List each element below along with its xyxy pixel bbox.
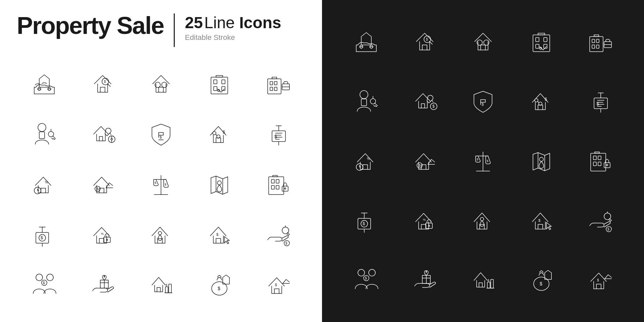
svg-rect-14 (270, 82, 273, 85)
svg-line-114 (432, 100, 433, 102)
svg-rect-172 (487, 282, 490, 288)
svg-rect-157 (426, 223, 432, 228)
icon-dark-house-location-pin (455, 193, 511, 249)
svg-rect-10 (214, 87, 217, 91)
svg-line-120 (538, 101, 539, 103)
icon-house-rings (133, 60, 189, 107)
svg-rect-33 (272, 131, 285, 142)
svg-point-0 (38, 89, 40, 91)
svg-rect-104 (592, 39, 595, 43)
svg-rect-100 (536, 44, 539, 48)
svg-rect-8 (214, 80, 217, 84)
icon-dark-house-chart-dollar: $ (455, 252, 511, 309)
icon-dark-hand-key-cash: $ (572, 193, 627, 249)
icon-shield-price: $ (133, 111, 189, 158)
svg-text:%: % (423, 218, 426, 221)
icon-house-location-pin (133, 211, 189, 258)
icon-dark-house-percent-lock: % (397, 193, 452, 249)
svg-rect-17 (274, 87, 277, 91)
svg-rect-146 (598, 156, 601, 160)
svg-line-31 (216, 134, 217, 136)
icon-dark-house-dollar-growth: $ (572, 252, 627, 309)
svg-rect-58 (271, 185, 274, 189)
icon-house-growth: $ (75, 161, 130, 208)
header: Property Sale 25 Line Icons Editable Str… (17, 13, 305, 47)
svg-text:$: $ (275, 283, 277, 287)
svg-rect-16 (270, 87, 273, 91)
svg-point-110 (360, 91, 368, 99)
svg-text:$: $ (477, 158, 478, 161)
icon-dark-map-location (514, 133, 569, 189)
icon-house-chart-dollar: $ (133, 262, 189, 309)
icon-dark-couple-dollar: $ (339, 252, 394, 309)
svg-text:$: $ (165, 183, 166, 186)
svg-rect-145 (593, 156, 596, 160)
svg-rect-15 (274, 82, 277, 85)
icon-hand-key-cash: $ (250, 211, 305, 258)
svg-text:$: $ (166, 283, 167, 287)
line-label: Line Icons (204, 14, 281, 32)
icon-house-price-search: $ (75, 60, 130, 107)
svg-point-90 (360, 46, 362, 48)
svg-point-91 (370, 46, 372, 48)
svg-point-158 (428, 225, 430, 226)
svg-text:$: $ (285, 241, 287, 245)
icon-building-briefcase (250, 60, 305, 107)
svg-text:$: $ (223, 130, 225, 135)
svg-rect-111 (361, 99, 367, 106)
title-block: Property Sale (17, 13, 164, 38)
icon-hand-gift-house (75, 262, 130, 309)
icon-money-bag-house: $ (192, 262, 247, 309)
svg-rect-107 (596, 45, 599, 48)
svg-text:$: $ (487, 159, 488, 163)
icon-dark-house-handshake (339, 13, 394, 70)
icon-dark-sale-sign-price: $ (572, 73, 627, 129)
svg-text:$: $ (545, 97, 547, 102)
icon-realtor-key (17, 111, 72, 158)
icon-dark-sale-sign-dollar: $ (339, 193, 394, 249)
svg-point-143 (539, 157, 543, 161)
svg-text:$: $ (596, 101, 599, 106)
icon-price-balance: $$ (133, 161, 189, 208)
svg-point-61 (284, 188, 286, 189)
icon-dark-apartment-keys (514, 13, 569, 70)
icon-house-dollar-growth: $ (250, 262, 305, 309)
svg-point-69 (106, 239, 108, 240)
svg-point-54 (217, 181, 221, 185)
svg-text:$: $ (43, 281, 45, 285)
svg-text:$: $ (365, 276, 367, 280)
icon-dark-shield-price: $ (455, 73, 511, 129)
svg-rect-57 (276, 179, 279, 183)
svg-rect-173 (491, 279, 493, 288)
svg-line-24 (110, 133, 111, 135)
light-icons-grid: $ $ $ $ % $ (17, 60, 305, 309)
dark-icons-grid: $ $ $ $ $ % $ (339, 13, 627, 309)
svg-point-78 (47, 274, 53, 281)
svg-text:$: $ (538, 218, 540, 222)
svg-rect-148 (598, 162, 601, 166)
svg-rect-21 (39, 132, 45, 139)
icon-dark-money-bag-house: $ (514, 252, 569, 309)
svg-rect-103 (590, 37, 603, 52)
svg-line-93 (430, 42, 432, 44)
svg-point-1 (48, 89, 50, 91)
svg-text:$: $ (218, 286, 220, 291)
svg-rect-56 (271, 179, 274, 183)
svg-rect-99 (544, 38, 547, 42)
icon-dark-house-wrench-money: $ (397, 73, 452, 129)
icon-couple-dollar: $ (17, 262, 72, 309)
svg-rect-59 (276, 185, 279, 189)
left-panel: Property Sale 25 Line Icons Editable Str… (0, 0, 322, 322)
icon-dark-apartment-lock (572, 133, 627, 189)
svg-rect-68 (104, 237, 110, 243)
icon-dark-house-price-scissors: $ (514, 73, 569, 129)
svg-text:$: $ (363, 221, 365, 226)
svg-text:$: $ (41, 235, 43, 240)
svg-point-166 (358, 269, 365, 276)
svg-text:$: $ (104, 80, 106, 84)
svg-text:%: % (45, 180, 48, 184)
icon-sale-sign-price: $ (250, 111, 305, 158)
svg-rect-60 (282, 186, 288, 191)
subtitle-line2: Editable Stroke (185, 33, 281, 42)
svg-text:$: $ (540, 281, 542, 286)
